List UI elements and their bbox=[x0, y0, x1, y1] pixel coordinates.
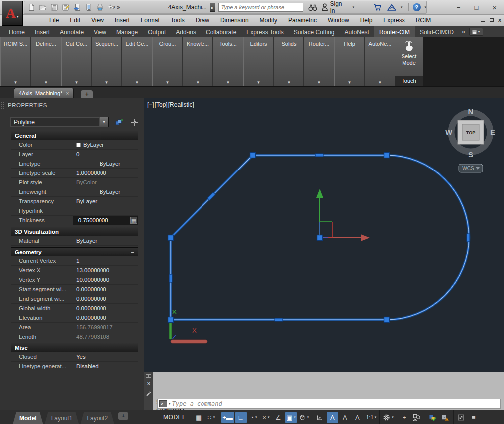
editors[interactable]: Editors ▼ bbox=[243, 37, 274, 86]
property-row[interactable]: Area 156.76990817 ▦ bbox=[11, 323, 138, 332]
rcim-setup[interactable]: RCIM S... ▼ bbox=[0, 37, 31, 86]
undo[interactable]: ▾ bbox=[106, 2, 116, 12]
sequence[interactable]: Sequen... ▼ bbox=[92, 37, 122, 86]
chevron-down-icon[interactable]: ▼ bbox=[304, 80, 334, 85]
user-icon[interactable] bbox=[321, 3, 328, 11]
menu-item[interactable]: Edit bbox=[64, 16, 86, 25]
layout-tab[interactable]: Layout2 bbox=[80, 412, 114, 424]
app-store-icon[interactable] bbox=[373, 3, 383, 11]
new-file[interactable]: ▾ bbox=[26, 2, 36, 12]
viewport-control[interactable]: [−] bbox=[147, 101, 154, 108]
section-header[interactable]: Geometry − bbox=[11, 247, 138, 256]
edit-geometry[interactable]: Edit Ge... ▼ bbox=[122, 37, 152, 86]
drag-grip-icon[interactable] bbox=[146, 374, 151, 378]
wrench-icon[interactable] bbox=[146, 390, 152, 399]
maximize-button[interactable]: □ bbox=[474, 4, 478, 11]
selection-cycling[interactable]: ▾ bbox=[411, 412, 423, 423]
property-row[interactable]: Current Vertex 1 ▦ bbox=[11, 256, 138, 266]
collapse-icon[interactable]: − bbox=[131, 229, 134, 235]
chevron-down-icon[interactable]: ▼ bbox=[274, 80, 303, 85]
property-row[interactable]: Closed Yes ▦ bbox=[11, 352, 138, 362]
property-row[interactable]: Lineweight ByLayer ▦ bbox=[11, 187, 138, 197]
menu-item[interactable]: Draw bbox=[190, 16, 215, 25]
clean-screen[interactable]: ▾ bbox=[456, 412, 467, 423]
annotation-visibility[interactable]: Λ ▾ bbox=[327, 412, 338, 423]
cut-control[interactable]: Cut Co... ▼ bbox=[61, 37, 92, 86]
chevron-down-icon[interactable]: ▼ bbox=[1, 80, 30, 85]
drawing-tab[interactable]: 4Axis_Machining* × bbox=[14, 88, 74, 98]
help[interactable]: Help ▼ bbox=[334, 37, 365, 86]
chevron-down-icon[interactable]: ▾ bbox=[353, 5, 355, 9]
chevron-down-icon[interactable]: ▼ bbox=[365, 80, 395, 85]
chevron-down-icon[interactable]: ▾ bbox=[375, 415, 377, 419]
layout-tab[interactable]: Model bbox=[13, 412, 43, 424]
ribbon-tab-overflow-icon[interactable]: » bbox=[459, 26, 468, 37]
palette-grip[interactable] bbox=[1, 101, 5, 109]
toggle-pickadd-button[interactable] bbox=[114, 118, 124, 127]
ribbon-tab[interactable]: Home bbox=[4, 26, 30, 37]
wcs-menu[interactable]: WCS bbox=[459, 164, 483, 172]
mdi-restore-button[interactable] bbox=[490, 18, 494, 22]
property-row[interactable]: End segment wi... 0.00000000 ▦ bbox=[11, 294, 138, 304]
tools[interactable]: Tools... ▼ bbox=[213, 37, 243, 86]
collapse-icon[interactable]: − bbox=[131, 345, 134, 351]
chevron-down-icon[interactable]: ▾ bbox=[100, 117, 109, 127]
3d-object-snap[interactable]: ▾ bbox=[298, 412, 310, 423]
property-row[interactable]: Vertex Y 10.00000000 ▦ bbox=[11, 275, 138, 285]
property-row[interactable]: Hyperlink ▦ bbox=[11, 206, 138, 216]
collapse-icon[interactable]: − bbox=[131, 249, 134, 255]
ribbon-tab[interactable]: Surface Cutting bbox=[289, 26, 340, 37]
view-cube[interactable]: N S W E TOP bbox=[445, 107, 495, 159]
mdi-minimize-button[interactable] bbox=[481, 21, 485, 22]
viewport-control[interactable]: [Realistic] bbox=[168, 101, 194, 108]
property-row[interactable]: Global width 0.00000000 ▦ bbox=[11, 304, 138, 313]
chevron-down-icon[interactable]: ▾ bbox=[213, 415, 215, 419]
ribbon-tab[interactable]: Output bbox=[143, 26, 171, 37]
collapse-icon[interactable]: − bbox=[131, 133, 134, 139]
annotation-scale[interactable]: 1:1 ▾ bbox=[364, 412, 377, 423]
search-icon[interactable] bbox=[308, 4, 317, 11]
menu-item[interactable]: Help bbox=[355, 16, 378, 25]
property-row[interactable]: Linetype generat... Disabled ▦ bbox=[11, 362, 138, 371]
property-row[interactable]: Start segment wi... 0.00000000 ▦ bbox=[11, 285, 138, 294]
crosshair[interactable]: + ▾ bbox=[399, 412, 410, 423]
ortho[interactable]: ∟ ▾ bbox=[235, 412, 247, 423]
close-button[interactable]: × bbox=[492, 3, 497, 12]
mdi-close-button[interactable]: x bbox=[498, 17, 501, 23]
sign-in-button[interactable]: Sign In bbox=[330, 0, 349, 14]
ribbon-tab[interactable]: View bbox=[89, 26, 111, 37]
isodraft[interactable]: × ▾ bbox=[260, 412, 272, 423]
calculator-icon[interactable]: ▦ bbox=[130, 217, 137, 224]
property-row[interactable]: Material ByLayer ▦ bbox=[11, 236, 138, 246]
chevron-down-icon[interactable]: ▼ bbox=[62, 80, 91, 85]
menu-item[interactable]: Insert bbox=[109, 16, 135, 25]
object-snap[interactable]: ▣ ▾ bbox=[285, 412, 297, 423]
ribbon-tab[interactable]: Express Tools bbox=[241, 26, 288, 37]
chevron-down-icon[interactable]: ▾ bbox=[113, 5, 115, 9]
workspace[interactable]: ▾ bbox=[382, 412, 395, 423]
autonest[interactable]: AutoNe... ▼ bbox=[365, 37, 395, 86]
property-row[interactable]: Layer 0 ▦ bbox=[11, 150, 138, 159]
object-snap-tracking[interactable]: ∠ ▾ bbox=[273, 412, 284, 423]
property-row[interactable]: Plot style ByColor ▦ bbox=[11, 178, 138, 187]
command-input[interactable] bbox=[172, 400, 500, 407]
menu-item[interactable]: RCIM bbox=[410, 16, 437, 25]
snap[interactable]: ∷ ▾ bbox=[205, 412, 217, 423]
search-input[interactable] bbox=[218, 3, 303, 12]
solids[interactable]: Solids ▼ bbox=[274, 37, 304, 86]
property-row[interactable]: Vertex X 13.00000000 ▦ bbox=[11, 266, 138, 275]
object-type-select[interactable]: Polyline bbox=[10, 117, 100, 127]
property-row[interactable]: Transparency ByLayer ▦ bbox=[11, 197, 138, 206]
ucs[interactable]: ▾ bbox=[314, 412, 326, 423]
command-prompt-icon[interactable]: >_ bbox=[159, 400, 167, 407]
ribbon-tab[interactable]: Router-CIM bbox=[374, 26, 415, 37]
drawing-monitor[interactable]: ▾ bbox=[427, 412, 439, 423]
drawing-canvas[interactable]: Z X N bbox=[144, 98, 504, 372]
qat-expand-icon[interactable]: » bbox=[117, 4, 120, 11]
ribbon-tab[interactable]: AutoNest bbox=[340, 26, 374, 37]
chevron-down-icon[interactable]: ▼ bbox=[244, 80, 273, 85]
menu-item[interactable]: Dimension bbox=[215, 16, 254, 25]
chevron-down-icon[interactable]: ▾ bbox=[255, 415, 257, 419]
annotation-monitor[interactable]: ▾ bbox=[440, 412, 451, 423]
close-icon[interactable]: × bbox=[147, 381, 150, 386]
